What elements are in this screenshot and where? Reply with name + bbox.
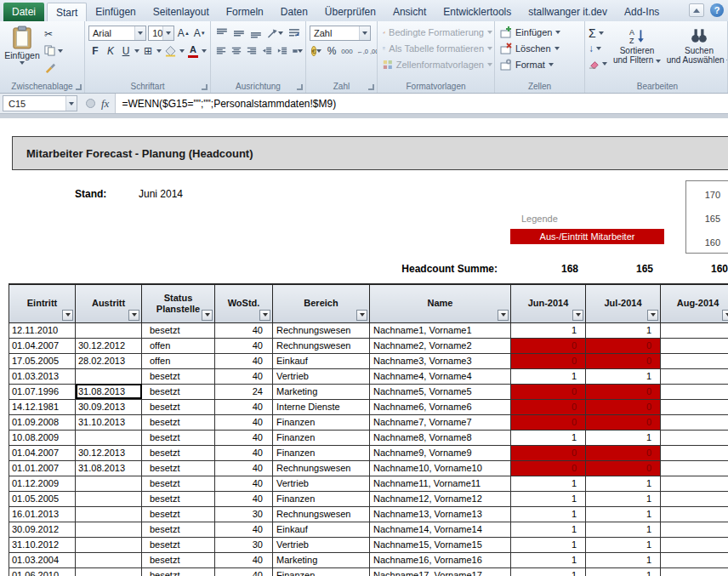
cell[interactable] <box>76 506 142 522</box>
cell[interactable]: 01.04.2007 <box>9 445 76 460</box>
decrease-indent-button[interactable] <box>260 43 274 59</box>
cell[interactable]: Nachname16, Vorname16 <box>370 552 511 567</box>
cell[interactable]: 01.03.2013 <box>9 368 76 384</box>
cell[interactable] <box>76 368 142 384</box>
font-name-combo[interactable]: Arial <box>88 26 146 41</box>
cell[interactable]: Nachname3, Vorname3 <box>370 353 511 368</box>
cell[interactable]: 0 <box>586 414 661 430</box>
cell[interactable]: 40 <box>215 491 273 506</box>
find-select-button[interactable]: Suchen und Auswählen <box>665 24 728 82</box>
format-cells-button[interactable]: Format <box>497 56 583 72</box>
cell[interactable] <box>76 476 142 491</box>
cell[interactable]: 1 <box>586 522 661 537</box>
cell[interactable]: 1 <box>511 506 586 522</box>
cell[interactable]: besetzt <box>142 537 215 552</box>
cell[interactable]: 1 <box>511 567 586 576</box>
cell[interactable]: 0 <box>586 445 661 460</box>
filter-dropdown-button[interactable] <box>62 310 73 321</box>
filter-dropdown-button[interactable] <box>572 310 583 321</box>
cell[interactable] <box>661 322 728 338</box>
cell[interactable]: 12.11.2010 <box>9 322 76 338</box>
cell[interactable] <box>661 414 728 430</box>
cell[interactable] <box>661 506 728 522</box>
cell[interactable]: 40 <box>215 338 273 353</box>
increase-decimal-button[interactable]: ←,0 <box>355 43 369 59</box>
cell[interactable] <box>661 537 728 552</box>
cell[interactable]: 01.01.2007 <box>9 460 76 476</box>
cell[interactable] <box>661 567 728 576</box>
increase-indent-button[interactable] <box>276 43 289 59</box>
format-painter-button[interactable] <box>43 60 65 75</box>
filter-dropdown-button[interactable] <box>498 310 509 321</box>
cell[interactable]: besetzt <box>142 322 215 338</box>
cell[interactable]: 30 <box>215 537 273 552</box>
headcount-jun[interactable]: 168 <box>510 263 585 275</box>
cell[interactable]: 40 <box>215 368 273 384</box>
cell[interactable]: 0 <box>586 460 661 476</box>
cell[interactable]: besetzt <box>142 460 215 476</box>
cell[interactable]: 01.04.2007 <box>9 338 76 353</box>
dropdown-icon[interactable] <box>202 49 207 53</box>
cell[interactable] <box>76 491 142 506</box>
cell[interactable]: Finanzen <box>273 430 370 445</box>
combo-arrow-icon[interactable] <box>134 26 145 40</box>
cell[interactable]: besetzt <box>142 368 215 384</box>
cell[interactable]: 0 <box>511 445 586 460</box>
cell[interactable] <box>76 430 142 445</box>
cell[interactable]: Vertrieb <box>273 368 370 384</box>
cell[interactable]: besetzt <box>142 399 215 414</box>
cell[interactable]: 40 <box>215 552 273 567</box>
cell[interactable]: 10.08.2009 <box>9 430 76 445</box>
tab-formeln[interactable]: Formeln <box>218 3 272 21</box>
cell[interactable]: offen <box>142 353 215 368</box>
name-box[interactable]: C15 <box>3 95 77 111</box>
cell[interactable]: 1 <box>511 491 586 506</box>
cell[interactable]: 0 <box>511 414 586 430</box>
cell[interactable] <box>661 445 728 460</box>
cell[interactable]: 0 <box>511 353 586 368</box>
filter-dropdown-button[interactable] <box>202 310 213 321</box>
cell[interactable]: Rechnungswesen <box>273 460 370 476</box>
cell[interactable]: Nachname12, Vorname12 <box>370 491 511 506</box>
cell[interactable]: 0 <box>511 384 586 399</box>
cell[interactable]: 01.03.2004 <box>9 552 76 567</box>
cell[interactable]: 01.09.2008 <box>9 414 76 430</box>
cell[interactable]: Finanzen <box>273 491 370 506</box>
tab-ueberpruefen[interactable]: Überprüfen <box>316 3 384 21</box>
cell[interactable]: Einkauf <box>273 353 370 368</box>
tab-ansicht[interactable]: Ansicht <box>384 3 435 21</box>
formula-input[interactable]: =WENN($G15="";"";Personalstammdaten!$M9) <box>115 94 728 113</box>
stand-value[interactable]: Juni 2014 <box>139 188 183 200</box>
cell[interactable]: 0 <box>511 399 586 414</box>
cell[interactable]: Finanzen <box>273 445 370 460</box>
delete-cells-button[interactable]: Löschen <box>497 40 583 56</box>
filter-dropdown-button[interactable] <box>128 310 139 321</box>
cell[interactable]: Rechnungswesen <box>273 322 370 338</box>
wrap-text-button[interactable] <box>287 26 302 41</box>
cell[interactable]: Interne Dienste <box>273 399 370 414</box>
cell[interactable]: Nachname6, Vorname6 <box>370 399 511 414</box>
cell[interactable]: Marketing <box>273 552 370 567</box>
cell[interactable]: besetzt <box>142 506 215 522</box>
cell[interactable] <box>661 476 728 491</box>
cell[interactable] <box>76 322 142 338</box>
cell[interactable]: Nachname15, Vorname15 <box>370 537 511 552</box>
cell[interactable]: 1 <box>586 322 661 338</box>
thousands-separator-button[interactable]: 000 <box>340 43 354 59</box>
cell[interactable]: offen <box>142 338 215 353</box>
cell[interactable]: Nachname5, Vorname5 <box>370 384 511 399</box>
shrink-font-button[interactable]: A▼ <box>192 26 207 41</box>
cell[interactable] <box>661 399 728 414</box>
align-right-button[interactable] <box>245 43 259 59</box>
decrease-decimal-button[interactable]: ,00→ <box>371 43 378 59</box>
cell[interactable]: 1 <box>511 368 586 384</box>
underline-button[interactable]: U <box>119 43 133 59</box>
cell[interactable]: besetzt <box>142 522 215 537</box>
cell[interactable] <box>76 522 142 537</box>
cell[interactable]: 1 <box>511 322 586 338</box>
cell[interactable]: Marketing <box>273 384 370 399</box>
cell[interactable]: 40 <box>215 476 273 491</box>
copy-button[interactable] <box>43 43 65 58</box>
cell[interactable]: 1 <box>511 522 586 537</box>
align-middle-button[interactable] <box>231 26 247 41</box>
